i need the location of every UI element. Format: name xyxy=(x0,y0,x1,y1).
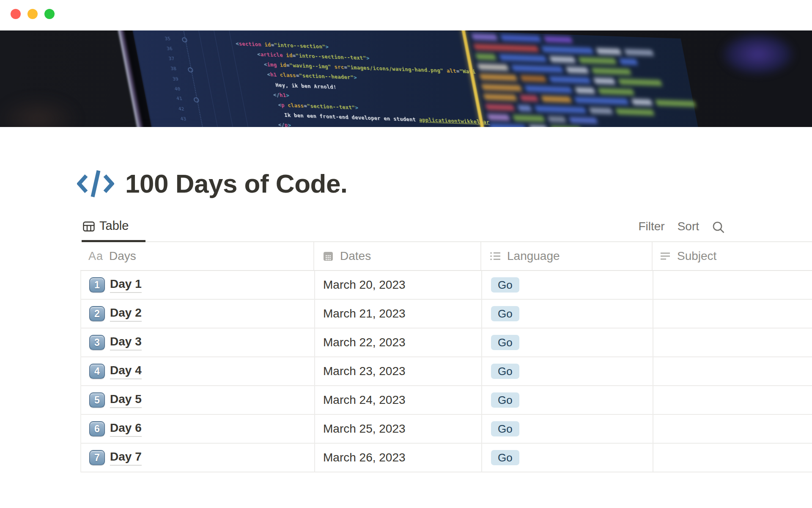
day-page-link[interactable]: 2Day 2 xyxy=(89,306,142,322)
day-page-link[interactable]: 1Day 1 xyxy=(89,277,142,293)
date-cell[interactable]: March 22, 2023 xyxy=(315,329,482,356)
traffic-light-zoom-button[interactable] xyxy=(44,9,55,19)
keycap-number-icon: 3 xyxy=(89,335,105,350)
days-cell[interactable]: 6Day 6 xyxy=(81,415,315,443)
sort-button[interactable]: Sort xyxy=(678,220,699,235)
keycap-number-icon: 5 xyxy=(89,392,105,408)
table-row: 1Day 1March 20, 2023Go xyxy=(81,271,812,300)
subject-cell[interactable] xyxy=(653,444,812,472)
language-tag: Go xyxy=(491,421,519,436)
date-value: March 21, 2023 xyxy=(323,307,406,320)
date-value: March 25, 2023 xyxy=(323,422,406,436)
days-cell[interactable]: 2Day 2 xyxy=(81,300,315,328)
subject-cell[interactable] xyxy=(653,271,812,299)
table-header-row: Aa Days Dates xyxy=(80,242,812,271)
date-cell[interactable]: March 21, 2023 xyxy=(315,300,482,328)
page-icon code-icon[interactable] xyxy=(77,170,114,197)
days-cell[interactable]: 5Day 5 xyxy=(81,386,315,414)
subject-cell[interactable] xyxy=(653,357,812,385)
date-value: March 23, 2023 xyxy=(323,364,406,378)
git-graph-line xyxy=(184,31,209,127)
language-tag: Go xyxy=(491,450,519,465)
keycap-number-icon: 4 xyxy=(89,364,105,379)
date-value: March 24, 2023 xyxy=(323,393,406,407)
blurred-code-panel xyxy=(471,31,703,127)
column-header-days[interactable]: Aa Days xyxy=(80,242,314,270)
select-list-icon xyxy=(489,250,501,262)
table-row: 5Day 5March 24, 2023Go xyxy=(81,386,812,415)
traffic-light-minimize-button[interactable] xyxy=(27,9,38,19)
view-toolbar: Table Filter Sort xyxy=(82,213,812,242)
language-cell[interactable]: Go xyxy=(482,415,653,443)
language-cell[interactable]: Go xyxy=(482,271,653,299)
notion-window: 353637383940414243 <section id="intro--s… xyxy=(0,0,812,508)
toolbar-actions: Filter Sort xyxy=(638,213,725,241)
cover-image: 353637383940414243 <section id="intro--s… xyxy=(0,30,812,127)
date-cell[interactable]: March 24, 2023 xyxy=(315,386,482,414)
table-body: 1Day 1March 20, 2023Go2Day 2March 21, 20… xyxy=(80,271,812,472)
date-cell[interactable]: March 23, 2023 xyxy=(315,357,482,385)
language-tag: Go xyxy=(491,277,519,293)
days-cell[interactable]: 3Day 3 xyxy=(81,329,315,356)
day-page-link[interactable]: 3Day 3 xyxy=(89,335,142,351)
date-value: March 26, 2023 xyxy=(323,451,406,464)
language-tag: Go xyxy=(491,392,519,408)
table-row: 6Day 6March 25, 2023Go xyxy=(81,415,812,444)
text-lines-icon xyxy=(659,250,671,262)
language-tag: Go xyxy=(491,306,519,321)
tab-table[interactable]: Table xyxy=(82,213,145,242)
column-header-language[interactable]: Language xyxy=(481,242,653,270)
column-header-subject[interactable]: Subject xyxy=(653,242,812,270)
days-cell[interactable]: 4Day 4 xyxy=(81,357,315,385)
text-property-icon: Aa xyxy=(88,250,103,263)
days-cell[interactable]: 7Day 7 xyxy=(81,444,315,472)
day-label: Day 6 xyxy=(110,421,142,437)
traffic-light-close-button[interactable] xyxy=(11,9,21,19)
language-tag: Go xyxy=(491,364,519,379)
subject-cell[interactable] xyxy=(653,415,812,443)
subject-cell[interactable] xyxy=(653,386,812,414)
language-cell[interactable]: Go xyxy=(482,444,653,472)
subject-cell[interactable] xyxy=(653,300,812,328)
day-label: Day 7 xyxy=(110,450,142,466)
tab-table-label: Table xyxy=(99,219,129,235)
date-cell[interactable]: March 20, 2023 xyxy=(315,271,482,299)
table-row: 4Day 4March 23, 2023Go xyxy=(81,357,812,386)
date-cell[interactable]: March 25, 2023 xyxy=(315,415,482,443)
date-value: March 22, 2023 xyxy=(323,336,406,349)
keycap-number-icon: 7 xyxy=(89,450,105,465)
language-tag: Go xyxy=(491,335,519,350)
day-label: Day 1 xyxy=(110,277,142,293)
database-table: Aa Days Dates xyxy=(80,242,812,472)
table-row: 3Day 3March 22, 2023Go xyxy=(81,329,812,357)
subject-cell[interactable] xyxy=(653,329,812,356)
day-page-link[interactable]: 6Day 6 xyxy=(89,421,142,437)
keycap-number-icon: 2 xyxy=(89,306,105,321)
keycap-number-icon: 6 xyxy=(89,421,105,436)
language-cell[interactable]: Go xyxy=(482,386,653,414)
search-button search-icon[interactable] xyxy=(712,221,725,234)
page-title[interactable]: 100 Days of Code. xyxy=(125,168,348,199)
keycap-number-icon: 1 xyxy=(89,277,105,293)
table-row: 7Day 7March 26, 2023Go xyxy=(81,444,812,472)
day-label: Day 5 xyxy=(110,392,142,408)
table-row: 2Day 2March 21, 2023Go xyxy=(81,300,812,329)
day-label: Day 3 xyxy=(110,335,142,351)
date-value: March 20, 2023 xyxy=(323,278,406,292)
day-label: Day 4 xyxy=(110,364,142,379)
day-page-link[interactable]: 4Day 4 xyxy=(89,364,142,379)
laptop-screen: 353637383940414243 <section id="intro--s… xyxy=(130,30,708,127)
filter-button[interactable]: Filter xyxy=(638,220,664,235)
column-header-dates[interactable]: Dates xyxy=(314,242,481,270)
language-cell[interactable]: Go xyxy=(482,329,653,356)
day-label: Day 2 xyxy=(110,306,142,322)
days-cell[interactable]: 1Day 1 xyxy=(81,271,315,299)
calendar-icon xyxy=(322,250,334,262)
date-cell[interactable]: March 26, 2023 xyxy=(315,444,482,472)
language-cell[interactable]: Go xyxy=(482,357,653,385)
day-page-link[interactable]: 7Day 7 xyxy=(89,450,142,466)
table-view-icon xyxy=(82,220,95,233)
language-cell[interactable]: Go xyxy=(482,300,653,328)
window-titlebar xyxy=(0,0,812,30)
day-page-link[interactable]: 5Day 5 xyxy=(89,392,142,408)
